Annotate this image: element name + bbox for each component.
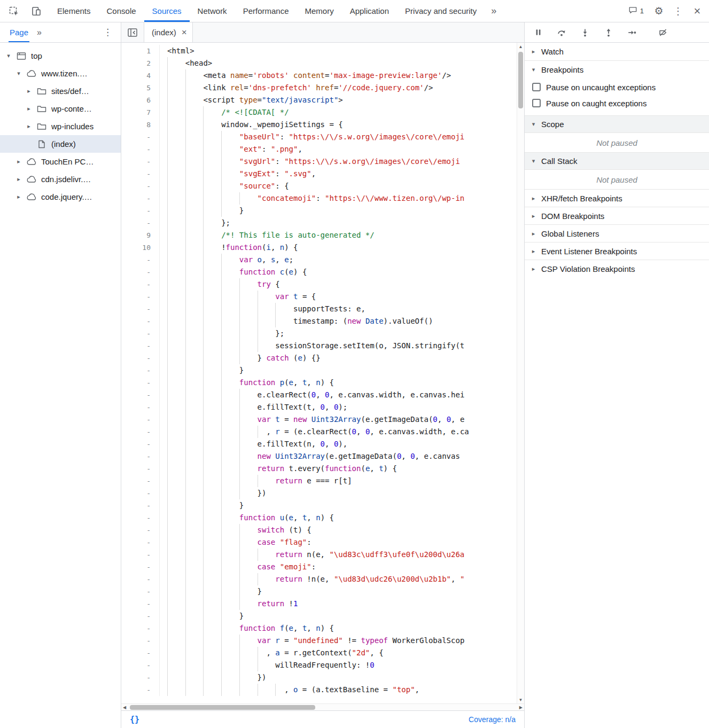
code-line[interactable]: -return e === r[t] <box>121 475 524 487</box>
line-number[interactable]: 2 <box>121 57 160 69</box>
code-line[interactable]: -case "emoji": <box>121 561 524 573</box>
code-line[interactable]: 2<head> <box>121 57 524 69</box>
code-line[interactable]: -}; <box>121 217 524 229</box>
line-number[interactable]: - <box>121 401 160 413</box>
line-number[interactable]: - <box>121 352 160 364</box>
line-number[interactable]: 6 <box>121 94 160 106</box>
tab-close-icon[interactable]: × <box>182 27 187 38</box>
line-number[interactable]: - <box>121 291 160 303</box>
code-line[interactable]: -var r = "undefined" != typeof WorkerGlo… <box>121 635 524 647</box>
more-tabs-icon[interactable]: » <box>485 0 503 22</box>
chevron-down-icon[interactable]: ▾ <box>530 121 537 128</box>
code-line[interactable]: -, o = (a.textBaseline = "top", <box>121 684 524 696</box>
tab-performance[interactable]: Performance <box>235 0 297 22</box>
tab-application[interactable]: Application <box>342 0 397 22</box>
line-number[interactable]: 5 <box>121 82 160 94</box>
line-number[interactable]: - <box>121 463 160 475</box>
line-number[interactable]: - <box>121 266 160 278</box>
line-number[interactable]: - <box>121 217 160 229</box>
line-number[interactable]: - <box>121 549 160 561</box>
overflow-menu-icon[interactable]: ⋮ <box>671 4 685 19</box>
code-line[interactable]: -willReadFrequently: !0 <box>121 659 524 671</box>
line-number[interactable]: - <box>121 131 160 143</box>
expand-arrow-icon[interactable]: ▸ <box>25 88 33 95</box>
code-line[interactable]: -, r = (e.clearRect(0, 0, e.canvas.width… <box>121 426 524 438</box>
code-line[interactable]: -, a = r.getContext("2d", { <box>121 647 524 659</box>
code-line[interactable]: -var t = new Uint32Array(e.getImageData(… <box>121 413 524 426</box>
code-line[interactable]: 4<meta name='robots' content='max-image-… <box>121 69 524 82</box>
code-line[interactable]: -"concatemoji": "https:\/\/www.tizen.org… <box>121 192 524 205</box>
line-number[interactable]: - <box>121 303 160 315</box>
tree-item-index[interactable]: (index) <box>0 135 121 153</box>
sidebar-more-tabs-icon[interactable]: » <box>37 28 42 37</box>
line-number[interactable]: - <box>121 278 160 291</box>
line-number[interactable]: - <box>121 413 160 426</box>
code-line[interactable]: -return !1 <box>121 598 524 610</box>
tab-elements[interactable]: Elements <box>49 0 99 22</box>
checkbox[interactable] <box>532 99 541 107</box>
line-number[interactable]: - <box>121 524 160 536</box>
vertical-scrollbar[interactable]: ▲ ▼ <box>517 43 524 703</box>
line-number[interactable]: - <box>121 450 160 463</box>
line-number[interactable]: - <box>121 610 160 622</box>
horizontal-scroll-thumb[interactable] <box>130 705 315 710</box>
step-over-icon[interactable] <box>557 28 566 37</box>
chevron-right-icon[interactable]: ▸ <box>530 213 537 220</box>
code-line[interactable]: -"source": { <box>121 180 524 192</box>
code-line[interactable]: -} <box>121 364 524 377</box>
line-number[interactable]: - <box>121 168 160 180</box>
vertical-scroll-thumb[interactable] <box>518 52 523 108</box>
line-number[interactable]: 8 <box>121 119 160 131</box>
line-number[interactable]: - <box>121 205 160 217</box>
line-number[interactable]: - <box>121 364 160 377</box>
code-line[interactable]: 5<link rel='dns-prefetch' href='//code.j… <box>121 82 524 94</box>
code-line[interactable]: -new Uint32Array(e.getImageData(0, 0, e.… <box>121 450 524 463</box>
tab-sources[interactable]: Sources <box>144 0 190 22</box>
line-number[interactable]: - <box>121 254 160 266</box>
section-watch[interactable]: ▸Watch <box>525 43 709 60</box>
line-number[interactable]: - <box>121 659 160 671</box>
code-line[interactable]: 6<script type="text/javascript"> <box>121 94 524 106</box>
code-line[interactable]: -}) <box>121 671 524 684</box>
line-number[interactable]: - <box>121 487 160 499</box>
close-devtools-icon[interactable]: × <box>690 4 705 19</box>
code-line[interactable]: -} <box>121 499 524 512</box>
code-line[interactable]: -"ext": ".png", <box>121 143 524 155</box>
code-line[interactable]: -function f(e, t, n) { <box>121 622 524 635</box>
line-number[interactable]: - <box>121 598 160 610</box>
line-number[interactable]: - <box>121 180 160 192</box>
step-out-icon[interactable] <box>604 28 613 37</box>
line-number[interactable]: - <box>121 684 160 696</box>
pause-icon[interactable] <box>533 28 543 37</box>
expand-arrow-icon[interactable]: ▸ <box>25 105 33 112</box>
code-line[interactable]: 10!function(i, n) { <box>121 241 524 254</box>
code-line[interactable]: -return !n(e, "\ud83d\udc26\u200d\u2b1b"… <box>121 573 524 585</box>
tree-item-touchen-pc[interactable]: ▸TouchEn PC… <box>0 153 121 170</box>
code-line[interactable]: -function c(e) { <box>121 266 524 278</box>
code-line[interactable]: -case "flag": <box>121 536 524 549</box>
line-number[interactable]: 7 <box>121 106 160 119</box>
line-number[interactable]: - <box>121 635 160 647</box>
line-number[interactable]: - <box>121 536 160 549</box>
code-line[interactable]: -e.fillText(t, 0, 0); <box>121 401 524 413</box>
line-number[interactable]: - <box>121 389 160 401</box>
tree-item-top[interactable]: ▾top <box>0 47 121 65</box>
line-number[interactable]: - <box>121 499 160 512</box>
line-number[interactable]: - <box>121 671 160 684</box>
code-line[interactable]: -}) <box>121 487 524 499</box>
code-line[interactable]: -} <box>121 610 524 622</box>
tree-item-wp-conte[interactable]: ▸wp-conte… <box>0 100 121 118</box>
line-number[interactable]: - <box>121 647 160 659</box>
chevron-right-icon[interactable]: ▸ <box>530 195 537 202</box>
chevron-right-icon[interactable]: ▸ <box>530 248 537 255</box>
pretty-print-button[interactable]: {} <box>130 715 139 724</box>
chevron-down-icon[interactable]: ▾ <box>530 66 537 73</box>
code-line[interactable]: -}; <box>121 327 524 340</box>
section-event-listener-breakpoints[interactable]: ▸Event Listener Breakpoints <box>525 242 709 260</box>
section-xhr-fetch-breakpoints[interactable]: ▸XHR/fetch Breakpoints <box>525 189 709 207</box>
tree-item-cdn-jsdelivr[interactable]: ▸cdn.jsdelivr.… <box>0 170 121 188</box>
expand-arrow-icon[interactable]: ▸ <box>14 193 23 200</box>
line-number[interactable]: - <box>121 340 160 352</box>
code-line[interactable]: -e.clearRect(0, 0, e.canvas.width, e.can… <box>121 389 524 401</box>
sidebar-menu-icon[interactable]: ⋮ <box>99 27 116 38</box>
